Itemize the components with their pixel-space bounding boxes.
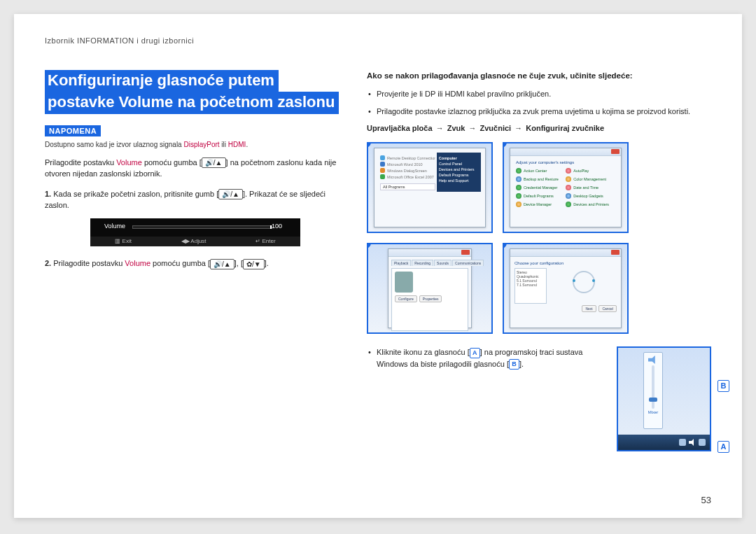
note-text: Dostupno samo kad je izvor ulaznog signa… <box>45 141 346 148</box>
volume-popup: Mixer <box>643 352 663 429</box>
cp-heading: Adjust your computer's settings <box>516 160 615 164</box>
slider-thumb <box>649 398 657 402</box>
page-number: 53 <box>701 495 711 505</box>
cancel-btn: Cancel <box>598 305 617 312</box>
content-columns: Konfiguriranje glasnoće putem postavke V… <box>45 70 711 490</box>
speaker-icon <box>395 272 413 293</box>
note-badge: NAPOMENA <box>45 125 101 136</box>
body-paragraph: Prilagodite postavku Volume pomoću gumba… <box>45 157 346 180</box>
osd-bottom-bar: ▥ Exit ◀▶ Adjust ↵ Enter <box>90 237 300 246</box>
right-heading: Ako se nakon prilagođavanja glasnoće ne … <box>367 70 711 81</box>
note-red-hdmi: HDMI <box>228 141 246 148</box>
page-title: Konfiguriranje glasnoće putem postavke V… <box>45 70 339 114</box>
speaker-heading: Choose your configuration <box>514 261 617 265</box>
tray-network-icon <box>699 439 706 446</box>
title-line-1: Konfiguriranje glasnoće putem <box>45 70 279 92</box>
step-2-post: ]. <box>265 259 269 267</box>
lower-text: Kliknite ikonu za glasnoću [A] na progra… <box>367 346 603 370</box>
thumb-2-control-panel: 2 Adjust your computer's settings Action… <box>503 142 629 233</box>
volume-slider <box>652 365 654 409</box>
osd-adjust: ◀▶ Adjust <box>181 237 206 246</box>
body-red-volume: Volume <box>116 158 142 167</box>
all-programs: All Programs <box>380 183 435 190</box>
btn-icon-vol-up: 🔊/▲ <box>202 157 226 168</box>
body-pre: Prilagodite postavku <box>45 158 116 167</box>
pointer-b: B <box>718 380 729 392</box>
thumb-4-badge: 4 <box>503 243 507 248</box>
next-btn: Next <box>582 305 596 312</box>
close-icon <box>611 250 620 255</box>
label-b-inline: B <box>509 359 519 370</box>
mixer-link: Mixer <box>644 410 662 414</box>
label-a-inline: A <box>470 348 480 358</box>
osd-value: 100 <box>272 222 282 232</box>
osd-track <box>132 225 272 229</box>
thumb-4-speaker-setup: 4 Choose your configuration StereoQuadra… <box>503 243 629 334</box>
osd-exit: ▥ Exit <box>115 237 132 246</box>
taskbar <box>618 435 710 450</box>
step-2: 2. Prilagodite postavku Volume pomoću gu… <box>45 258 346 269</box>
lower-pre: Kliknite ikonu za glasnoću [ <box>377 348 470 356</box>
tray-figure: Mixer B A <box>617 346 711 451</box>
lower-bullet: Kliknite ikonu za glasnoću [A] na progra… <box>367 346 603 370</box>
document-page: Izbornik INFORMATION i drugi izbornici K… <box>14 14 742 518</box>
note-text-post: . <box>246 141 248 148</box>
note-text-mid: ili <box>220 141 228 148</box>
btn-icon-vol-up-2: 🔊/▲ <box>218 189 243 199</box>
speaker-circle <box>573 271 595 293</box>
thumb-1-start-menu: 1 Remote Desktop Connection Microsoft Wo… <box>367 142 493 233</box>
step-1-pre: Kada se prikaže početni zaslon, pritisni… <box>51 190 218 198</box>
left-column: Konfiguriranje glasnoće putem postavke V… <box>45 70 346 490</box>
body-post: pomoću gumba [ <box>142 158 202 167</box>
path-2: Zvuk <box>447 124 465 132</box>
btn-icon-bc-down: ✿/▼ <box>243 259 265 269</box>
properties-btn: Properties <box>419 295 442 302</box>
path-1: Upravljačka ploča <box>367 124 433 132</box>
osd-enter: ↵ Enter <box>255 237 275 246</box>
thumb-1-window: Remote Desktop Connection Microsoft Word… <box>374 148 486 227</box>
tray-flag-icon <box>679 439 686 446</box>
lower-post: ]. <box>519 360 524 368</box>
thumb-1-content: Remote Desktop Connection Microsoft Word… <box>374 148 485 196</box>
note-red-displayport: DisplayPort <box>183 141 219 148</box>
bullet-1: Provjerite je li DP ili HDMI kabel pravi… <box>367 88 711 100</box>
tray-volume-icon <box>689 439 696 446</box>
title-line-2: postavke Volume na početnom zaslonu <box>45 92 339 113</box>
thumb-3-sound-dialog: 3 PlaybackRecordingSoundsCommunications … <box>367 243 493 334</box>
thumb-3-badge: 3 <box>367 243 371 248</box>
step-2-sep: ], [ <box>234 259 243 267</box>
thumb-4-window: Choose your configuration StereoQuadraph… <box>510 248 622 328</box>
step-2-pre: Prilagodite postavku <box>51 259 125 267</box>
btn-icon-vol-up-3: 🔊/▲ <box>210 259 234 269</box>
thumb-1-badge: 1 <box>367 142 371 148</box>
start-menu-right: Computer Control Panel Devices and Print… <box>437 153 481 192</box>
step-2-mid: pomoću gumba [ <box>150 259 210 267</box>
bullet-2: Prilagodite postavke izlaznog priključka… <box>367 106 711 118</box>
nav-path: Upravljačka ploča → Zvuk → Zvučnici → Ko… <box>367 124 711 132</box>
pointer-a: A <box>718 441 729 453</box>
bullet-list: Provjerite je li DP ili HDMI kabel pravi… <box>367 88 711 117</box>
breadcrumb: Izbornik INFORMATION i drugi izbornici <box>45 36 194 45</box>
close-icon <box>611 149 620 154</box>
start-menu-left: Remote Desktop Connection Microsoft Word… <box>379 153 437 192</box>
path-arrow-1: → <box>436 124 444 132</box>
path-3: Zvučnici <box>480 124 512 132</box>
osd-volume-box: Volume 100 ▥ Exit ◀▶ Adjust ↵ Enter <box>90 218 300 246</box>
step-1: 1. Kada se prikaže početni zaslon, priti… <box>45 188 346 246</box>
close-icon <box>461 250 470 255</box>
path-arrow-2: → <box>468 124 476 132</box>
path-4: Konfiguriraj zvučnike <box>526 124 604 132</box>
path-arrow-3: → <box>514 124 522 132</box>
note-text-pre: Dostupno samo kad je izvor ulaznog signa… <box>45 141 183 148</box>
right-column: Ako se nakon prilagođavanja glasnoće ne … <box>367 70 711 490</box>
step-1-num: 1. <box>45 190 51 198</box>
step-2-num: 2. <box>45 259 51 267</box>
steps-list: 1. Kada se prikaže početni zaslon, priti… <box>45 188 346 269</box>
speaker-icon <box>648 356 658 364</box>
thumb-3-window: PlaybackRecordingSoundsCommunications Co… <box>388 248 472 328</box>
config-list: StereoQuadraphonic5.1 Surround7.1 Surrou… <box>514 268 547 304</box>
tray-border: Mixer <box>617 346 711 451</box>
lower-row: Kliknite ikonu za glasnoću [A] na progra… <box>367 346 711 451</box>
osd-label: Volume <box>104 222 125 232</box>
configure-btn: Configure <box>395 295 417 302</box>
